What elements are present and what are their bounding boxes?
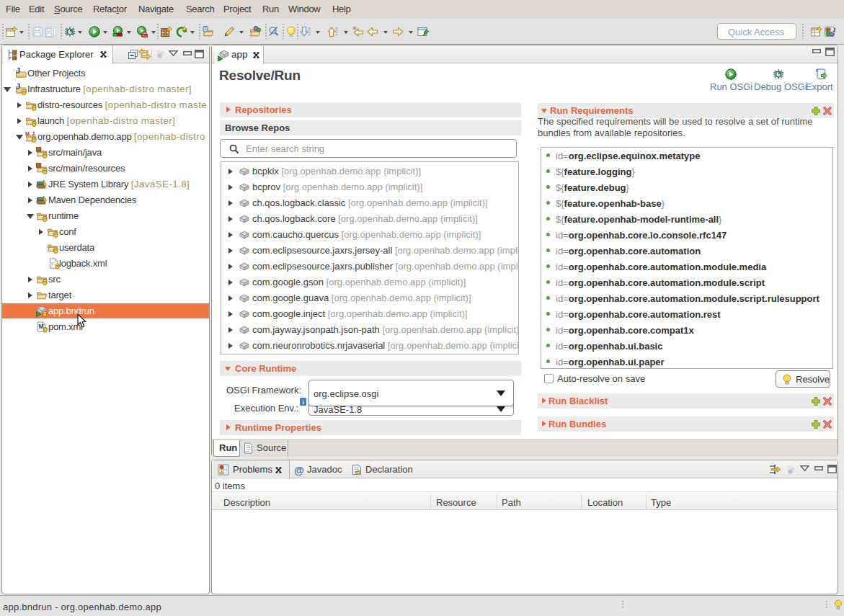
svg-text:J: J bbox=[32, 131, 35, 136]
svg-text:y: y bbox=[50, 260, 54, 267]
svg-text:M: M bbox=[39, 323, 44, 330]
svg-text:J: J bbox=[832, 27, 835, 33]
svg-text:M: M bbox=[25, 131, 30, 136]
